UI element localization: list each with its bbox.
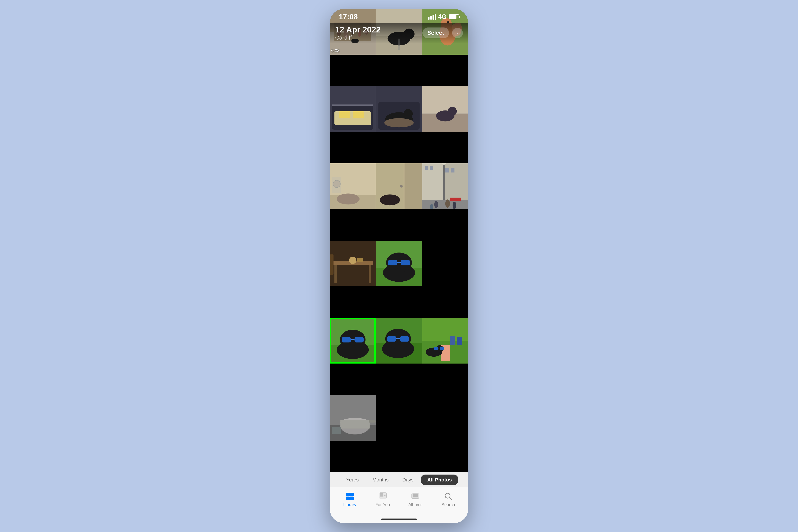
svg-rect-55 bbox=[445, 168, 449, 173]
svg-rect-77 bbox=[388, 260, 397, 265]
svg-rect-111 bbox=[369, 420, 376, 422]
svg-rect-86 bbox=[355, 337, 364, 342]
video-duration: 0:08 bbox=[331, 48, 340, 53]
search-icon bbox=[443, 491, 453, 501]
svg-rect-122 bbox=[384, 495, 385, 496]
svg-point-96 bbox=[396, 342, 400, 345]
svg-rect-116 bbox=[350, 496, 354, 500]
svg-rect-57 bbox=[422, 200, 468, 209]
header-date: 12 Apr 2022 bbox=[335, 25, 381, 34]
status-icons: 4G bbox=[428, 13, 459, 21]
svg-rect-70 bbox=[330, 254, 334, 275]
photo-cell-dog-sunglasses-2-selected[interactable] bbox=[330, 318, 376, 363]
photo-cell-room-2[interactable] bbox=[376, 163, 422, 209]
status-bar: 17:08 4G bbox=[330, 9, 468, 25]
select-button[interactable]: Select bbox=[422, 27, 449, 38]
svg-rect-94 bbox=[400, 336, 409, 342]
more-button[interactable]: ··· bbox=[452, 28, 463, 38]
svg-rect-114 bbox=[350, 493, 354, 496]
svg-point-88 bbox=[350, 342, 355, 346]
svg-rect-126 bbox=[413, 494, 418, 497]
photo-cell-dog-sunglasses-1[interactable] bbox=[376, 241, 422, 286]
photo-cell-pot[interactable] bbox=[330, 395, 376, 441]
svg-rect-23 bbox=[339, 111, 350, 118]
svg-rect-53 bbox=[425, 166, 429, 170]
svg-point-60 bbox=[434, 201, 438, 208]
tab-library-label: Library bbox=[343, 502, 356, 507]
svg-line-128 bbox=[449, 497, 452, 500]
header-actions: Select ··· bbox=[422, 27, 463, 38]
svg-rect-113 bbox=[346, 493, 350, 496]
svg-rect-32 bbox=[422, 86, 468, 114]
svg-rect-72 bbox=[357, 258, 363, 262]
svg-rect-104 bbox=[434, 347, 439, 350]
svg-point-62 bbox=[453, 202, 456, 209]
svg-rect-120 bbox=[384, 494, 386, 494]
header-bar: 12 Apr 2022 Cardiff Select ··· bbox=[330, 23, 468, 44]
photo-cell-city[interactable] bbox=[422, 163, 468, 209]
segment-bar: Years Months Days All Photos bbox=[330, 472, 468, 487]
svg-rect-25 bbox=[332, 104, 373, 106]
library-icon bbox=[345, 491, 355, 501]
photo-cell-garden[interactable] bbox=[422, 318, 468, 363]
svg-rect-105 bbox=[440, 347, 444, 350]
svg-rect-119 bbox=[380, 493, 383, 496]
home-bar bbox=[381, 518, 417, 520]
header-date-block: 12 Apr 2022 Cardiff bbox=[335, 25, 381, 41]
svg-rect-93 bbox=[387, 336, 396, 342]
photo-cell-room-1[interactable] bbox=[330, 163, 376, 209]
header-row: 12 Apr 2022 Cardiff Select ··· bbox=[335, 25, 463, 41]
svg-rect-68 bbox=[335, 265, 337, 283]
svg-rect-110 bbox=[340, 420, 369, 428]
signal-icon bbox=[428, 14, 436, 20]
svg-rect-85 bbox=[342, 337, 351, 342]
segment-days[interactable]: Days bbox=[396, 475, 420, 485]
svg-point-38 bbox=[337, 193, 360, 205]
phone-frame: 17:08 4G 12 Apr 2022 Cardiff bbox=[330, 9, 468, 523]
svg-point-35 bbox=[448, 107, 457, 116]
svg-point-30 bbox=[384, 118, 414, 127]
svg-rect-58 bbox=[443, 163, 445, 200]
photo-cell-table[interactable] bbox=[330, 241, 376, 286]
tab-for-you[interactable]: For You bbox=[366, 491, 399, 507]
svg-rect-78 bbox=[401, 260, 410, 265]
svg-point-29 bbox=[404, 109, 413, 118]
tab-for-you-label: For You bbox=[375, 502, 390, 507]
photo-cell-dog-box-1[interactable] bbox=[330, 86, 376, 132]
photo-cell-dog-box-2[interactable] bbox=[376, 86, 422, 132]
tab-search-label: Search bbox=[441, 502, 455, 507]
status-time: 17:08 bbox=[339, 13, 358, 21]
segment-months[interactable]: Months bbox=[366, 475, 395, 485]
svg-point-45 bbox=[380, 194, 400, 205]
photo-grid: 0:08 bbox=[330, 9, 468, 472]
network-type: 4G bbox=[438, 13, 446, 21]
svg-rect-24 bbox=[353, 111, 364, 118]
svg-point-61 bbox=[445, 200, 450, 208]
photo-app: 12 Apr 2022 Cardiff Select ··· bbox=[330, 9, 468, 472]
svg-rect-43 bbox=[404, 163, 422, 209]
svg-rect-54 bbox=[430, 166, 433, 170]
battery-icon bbox=[449, 14, 459, 19]
svg-rect-112 bbox=[332, 427, 341, 434]
tab-library[interactable]: Library bbox=[334, 491, 366, 507]
photo-cell-dog-box-3[interactable] bbox=[422, 86, 468, 132]
tab-albums-label: Albums bbox=[408, 502, 422, 507]
segment-all-photos[interactable]: All Photos bbox=[421, 475, 458, 485]
svg-point-71 bbox=[349, 256, 356, 264]
svg-rect-100 bbox=[450, 336, 455, 345]
svg-rect-115 bbox=[346, 496, 350, 500]
tab-albums[interactable]: Albums bbox=[399, 491, 432, 507]
home-indicator bbox=[330, 515, 468, 523]
svg-rect-69 bbox=[369, 265, 371, 283]
svg-point-40 bbox=[333, 180, 340, 187]
header-location: Cardiff bbox=[335, 34, 381, 41]
segment-years[interactable]: Years bbox=[340, 475, 365, 485]
svg-rect-101 bbox=[457, 337, 462, 345]
tab-search[interactable]: Search bbox=[432, 491, 464, 507]
svg-rect-56 bbox=[451, 168, 455, 173]
tab-bar: Library For You bbox=[330, 487, 468, 515]
albums-icon bbox=[411, 491, 420, 501]
svg-point-44 bbox=[400, 185, 402, 187]
photo-cell-dog-sunglasses-3[interactable] bbox=[376, 318, 422, 363]
for-you-icon bbox=[378, 491, 387, 501]
